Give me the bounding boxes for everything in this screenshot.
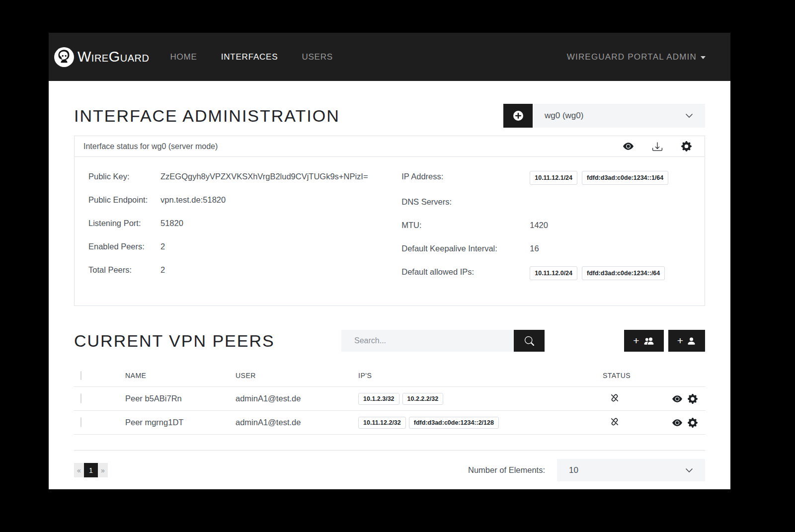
main-content: INTERFACE ADMINISTRATION wg0 (wg0) (49, 81, 730, 489)
pagination-prev-button[interactable]: « (74, 463, 84, 477)
link-slash-icon (610, 393, 620, 403)
ip-badge: fdfd:d3ad:c0de:1234::2/128 (409, 417, 499, 429)
field-ip-address: IP Address: 10.11.12.1/24fdfd:d3ad:c0de:… (401, 171, 691, 185)
field-enabled-peers: Enabled Peers: 2 (88, 241, 401, 253)
nav-item-interfaces[interactable]: INTERFACES (221, 52, 278, 62)
peers-title: CURRENT VPN PEERS (74, 331, 275, 351)
brand[interactable]: WireGuard (54, 47, 149, 68)
field-total-peers: Total Peers: 2 (88, 264, 401, 276)
gear-icon (681, 141, 692, 152)
field-value: vpn.test.de:51820 (160, 194, 401, 206)
column-header-ips: IP'S (358, 372, 603, 380)
chevron-down-icon (685, 113, 693, 118)
pagination-next-button[interactable]: » (98, 463, 108, 477)
column-header-name: NAME (125, 372, 236, 380)
user-menu-dropdown[interactable]: WIREGUARD PORTAL ADMIN (567, 52, 706, 62)
app-window: WireGuard HOME INTERFACES USERS WIREGUAR… (49, 33, 730, 489)
download-icon (652, 142, 662, 152)
download-config-button[interactable] (652, 142, 662, 152)
field-value: ZzEGQgyh8yVPZXVKSXhVrgB2lud9CVjTUGk9s+NP… (160, 171, 401, 183)
field-default-allowed-ips: Default allowed IPs: 10.11.12.0/24fdfd:d… (401, 266, 691, 280)
field-value: 16 (530, 243, 691, 255)
status-right-column: IP Address: 10.11.12.1/24fdfd:d3ad:c0de:… (401, 171, 691, 292)
row-checkbox[interactable] (80, 417, 81, 427)
select-all-checkbox[interactable] (80, 371, 81, 380)
field-label: Default Keepalive Interval: (401, 243, 530, 255)
peer-user: adminA1@test.de (236, 394, 358, 403)
interface-status-card: Interface status for wg0 (server mode) (74, 136, 705, 306)
field-label: Enabled Peers: (88, 241, 160, 253)
eye-icon (672, 394, 682, 404)
plus-circle-icon (512, 110, 524, 122)
ip-badge: 10.11.12.2/32 (358, 417, 406, 429)
table-header-row: NAME USER IP'S STATUS (74, 365, 705, 387)
add-peer-button[interactable]: + (668, 330, 705, 352)
ip-badge: 10.11.12.1/24 (530, 171, 577, 185)
elements-count-select[interactable]: 10 (557, 459, 705, 481)
field-listening-port: Listening Port: 51820 (88, 218, 401, 229)
row-checkbox[interactable] (80, 393, 81, 403)
field-value: 1420 (530, 220, 691, 231)
field-public-key: Public Key: ZzEGQgyh8yVPZXVKSXhVrgB2lud9… (88, 171, 401, 183)
ip-badge: 10.1.2.3/32 (358, 393, 399, 405)
interface-select[interactable]: wg0 (wg0) (533, 104, 705, 128)
field-label: DNS Servers: (401, 196, 530, 208)
ip-badge: 10.11.12.0/24 (530, 266, 577, 280)
view-peer-button[interactable] (672, 394, 682, 404)
eye-icon (672, 418, 682, 428)
field-value: 10.11.12.1/24fdfd:d3ad:c0de:1234::1/64 (530, 171, 691, 185)
brand-label: WireGuard (78, 49, 149, 65)
view-peer-button[interactable] (672, 418, 682, 428)
search-icon (525, 336, 534, 346)
page-title: INTERFACE ADMINISTRATION (74, 106, 340, 126)
gear-icon (688, 418, 698, 428)
status-left-column: Public Key: ZzEGQgyh8yVPZXVKSXhVrgB2lud9… (88, 171, 401, 292)
card-header-title: Interface status for wg0 (server mode) (83, 142, 218, 151)
nav-item-users[interactable]: USERS (302, 52, 333, 62)
field-value: 2 (160, 241, 401, 253)
link-slash-icon (610, 417, 620, 427)
pagination-page-1-button[interactable]: 1 (84, 463, 98, 477)
pagination: « 1 » (74, 463, 108, 477)
field-label: Listening Port: (88, 218, 160, 229)
gear-icon (688, 394, 698, 404)
divider (74, 450, 705, 451)
peer-name: Peer b5ABi7Rn (125, 394, 236, 403)
field-label: IP Address: (401, 171, 530, 183)
field-keepalive-interval: Default Keepalive Interval: 16 (401, 243, 691, 255)
field-public-endpoint: Public Endpoint: vpn.test.de:51820 (88, 194, 401, 206)
nav-item-home[interactable]: HOME (170, 52, 197, 62)
peer-name: Peer mgrng1DT (125, 418, 236, 427)
interface-select-value: wg0 (wg0) (545, 111, 583, 121)
chevron-down-icon (685, 468, 693, 473)
peer-row: Peer mgrng1DT adminA1@test.de 10.11.12.2… (74, 411, 705, 435)
card-header: Interface status for wg0 (server mode) (75, 136, 705, 157)
ip-badge: fdfd:d3ad:c0de:1234::1/64 (582, 171, 668, 185)
field-mtu: MTU: 1420 (401, 220, 691, 231)
add-interface-button[interactable] (503, 104, 533, 128)
peers-table: NAME USER IP'S STATUS Peer b5ABi7Rn admi… (74, 365, 705, 435)
field-label: Public Endpoint: (88, 194, 160, 206)
column-header-status: STATUS (603, 372, 666, 380)
field-value: 10.11.12.0/24fdfd:d3ad:c0de:1234::/64 (530, 266, 691, 280)
field-value: 2 (160, 264, 401, 276)
plus-icon: + (677, 335, 683, 347)
user-icon (687, 336, 696, 346)
field-label: MTU: (401, 220, 530, 231)
user-menu-label: WIREGUARD PORTAL ADMIN (567, 52, 697, 62)
peer-settings-button[interactable] (688, 418, 698, 428)
interface-settings-button[interactable] (681, 141, 692, 152)
search-button[interactable] (514, 330, 545, 352)
view-config-button[interactable] (623, 141, 634, 152)
ip-badge: fdfd:d3ad:c0de:1234::/64 (582, 266, 665, 280)
eye-icon (623, 141, 634, 152)
search-input[interactable] (341, 330, 514, 352)
add-multiple-peers-button[interactable]: + (624, 330, 664, 352)
field-label: Public Key: (88, 171, 160, 183)
peer-row: Peer b5ABi7Rn adminA1@test.de 10.1.2.3/3… (74, 387, 705, 411)
peer-settings-button[interactable] (688, 394, 698, 404)
elements-count-value: 10 (569, 465, 578, 475)
users-group-icon (643, 336, 655, 346)
field-label: Total Peers: (88, 264, 160, 276)
field-label: Default allowed IPs: (401, 266, 530, 278)
